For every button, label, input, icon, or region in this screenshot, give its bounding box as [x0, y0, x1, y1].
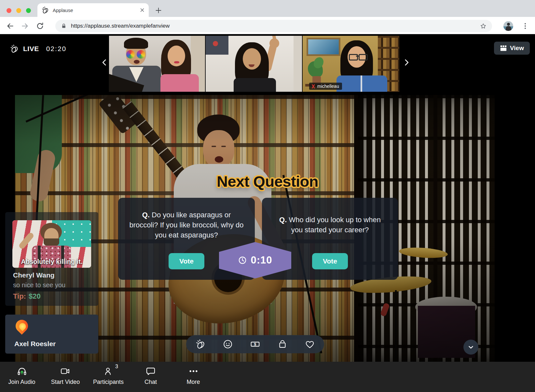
avatar-figure [507, 23, 510, 26]
chat-message-card: Absolutely killing it. Cheryl Wang so ni… [5, 212, 98, 306]
heart-reaction-icon[interactable] [305, 339, 315, 349]
question-text: Q. Do you like asparagus or broccoli? If… [129, 210, 244, 240]
close-window-button[interactable] [7, 8, 11, 13]
live-indicator: LIVE 02:20 [10, 44, 66, 53]
back-button[interactable] [6, 22, 14, 30]
reaction-message-card: Axel Roesler [5, 315, 98, 354]
browser-tab[interactable]: Applause [37, 3, 149, 17]
dollar-bill-icon[interactable]: $ [250, 339, 260, 349]
reload-button[interactable] [36, 22, 44, 30]
bookmark-star-icon[interactable] [480, 22, 487, 30]
profile-avatar[interactable] [503, 21, 513, 31]
shopping-bag-icon[interactable] [277, 339, 288, 349]
rainbow-glasses [126, 50, 135, 59]
vote-button-2[interactable]: Vote [312, 253, 348, 269]
clock-icon [238, 256, 247, 265]
clap-reaction-icon[interactable] [195, 339, 206, 349]
chat-bubble-icon [145, 366, 156, 376]
zoom-window-button[interactable] [26, 8, 31, 13]
question-prefix: Q. [142, 211, 150, 219]
participant-video-2[interactable] [206, 36, 302, 92]
forward-button[interactable] [21, 22, 29, 30]
question-text: Q. Who did you look up to when you start… [273, 215, 387, 235]
collapse-chevron-icon[interactable] [463, 340, 478, 355]
fire-emoji [13, 317, 31, 335]
tip-amount: $20 [29, 292, 41, 300]
minimize-window-button[interactable] [16, 8, 21, 13]
url-text[interactable]: https://applause.stream/examplefanview [71, 23, 480, 29]
next-question-title: Next Question [0, 172, 535, 190]
participant-name-badge: michelleau [309, 83, 342, 90]
browser-menu-icon[interactable] [521, 22, 529, 30]
participants-button[interactable]: 3 Participants [93, 366, 124, 385]
new-tab-button[interactable] [155, 7, 162, 14]
view-label: View [510, 45, 524, 52]
browser-window: Applause https://applause.stream/example… [0, 0, 535, 392]
participants-count-badge: 3 [115, 364, 118, 370]
start-video-button[interactable]: Start Video [51, 366, 80, 385]
address-bar[interactable]: https://applause.stream/examplefanview [55, 20, 492, 32]
clap-live-icon [10, 44, 19, 53]
video-camera-icon [60, 366, 71, 376]
reaction-bar: $ [186, 335, 324, 353]
tab-close-icon[interactable] [140, 7, 145, 13]
vote-button-1[interactable]: Vote [169, 253, 204, 269]
more-button[interactable]: More [186, 366, 200, 385]
participant-video-1[interactable] [109, 36, 205, 92]
lock-icon[interactable] [61, 23, 67, 29]
live-timer: 02:20 [46, 45, 67, 53]
participant-video-3[interactable]: michelleau [303, 36, 399, 92]
live-label: LIVE [23, 45, 39, 53]
chat-button[interactable]: Chat [144, 366, 157, 385]
eyeglasses [349, 54, 358, 61]
grid-view-icon [500, 45, 507, 52]
tip-label: Tip: [13, 292, 26, 300]
headphones-icon [17, 366, 27, 376]
participant-name: michelleau [317, 84, 339, 89]
presenter-logo-icon [311, 84, 315, 89]
bottom-control-bar: Join Audio Start Video 3 Participants Ch… [0, 362, 535, 392]
tip-line: Tip:$20 [13, 292, 41, 301]
more-dots-icon [188, 366, 199, 376]
browser-tab-strip: Applause [0, 0, 535, 17]
join-audio-button[interactable]: Join Audio [8, 366, 35, 385]
chat-text: so nice to see you [13, 281, 65, 289]
person-icon: 3 [103, 366, 114, 376]
tab-title: Applause [53, 7, 140, 13]
smiley-reaction-icon[interactable] [223, 339, 233, 349]
svg-text:$: $ [254, 342, 256, 346]
gif-caption: Absolutely killing it. [12, 258, 91, 265]
clap-favicon-icon [41, 6, 49, 14]
strip-previous-icon[interactable] [100, 57, 111, 68]
countdown-value: 0:10 [251, 254, 272, 266]
reaction-author: Axel Roesler [14, 340, 56, 348]
chat-gif[interactable]: Absolutely killing it. [12, 220, 91, 268]
wall-painting [307, 38, 340, 56]
chat-author: Cheryl Wang [13, 271, 55, 279]
view-button[interactable]: View [494, 42, 530, 55]
question-prefix: Q. [279, 216, 287, 224]
strip-next-icon[interactable] [402, 57, 413, 68]
